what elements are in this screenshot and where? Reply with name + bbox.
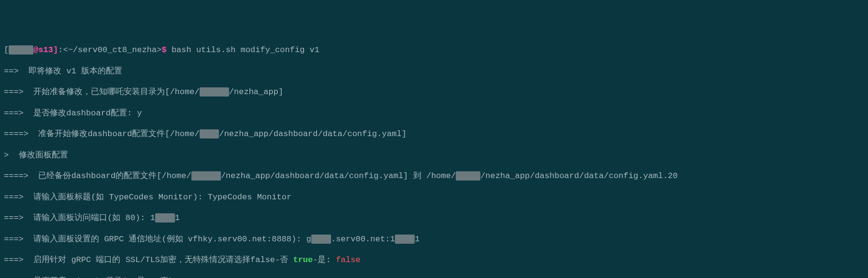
arrow: ===> xyxy=(4,277,33,278)
output-line: ==> 即将修改 v1 版本的配置 xyxy=(4,66,864,77)
text: /nezha_app/dashboard/data/config.yaml] xyxy=(219,129,406,139)
redacted xyxy=(191,171,221,181)
text: 开始准备修改，已知哪吒安装目录为[/home/ xyxy=(33,87,199,97)
output-line: ===> 启用针对 gRPC 端口的 SSL/TLS加密，无特殊情况请选择fal… xyxy=(4,255,864,265)
redacted xyxy=(311,235,331,244)
arrow: ====> xyxy=(4,171,38,181)
output-line: ===> 是否修改dashboard配置: y xyxy=(4,108,864,119)
text: 请输入面板访问端口(如 80): 1 xyxy=(33,213,155,222)
output-line: > 修改面板配置 xyxy=(4,150,864,161)
arrow: ===> xyxy=(4,235,33,244)
output-line: ====> 准备开始修改dashboard配置文件[/home/ /nezha_… xyxy=(4,129,864,139)
text: 是否修改dashboard配置: y xyxy=(33,109,142,118)
text: /nezha_app] xyxy=(229,87,283,97)
text: /nezha_app/dashboard/data/config.yaml.20 xyxy=(480,171,678,181)
redacted xyxy=(200,87,229,97)
output-line: ===> 请输入面板设置的 GRPC 通信地址(例如 vfhky.serv00.… xyxy=(4,234,864,245)
user-redacted xyxy=(9,45,33,55)
text: 请输入面板标题(如 TypeCodes Monitor): TypeCodes … xyxy=(33,193,291,202)
output-line: ====> 已经备份dashboard的配置文件[/home/ /nezha_a… xyxy=(4,171,864,181)
arrow: ===> xyxy=(4,255,33,264)
arrow: > xyxy=(4,151,19,160)
cwd-path: :<~/serv00_ct8_nezha> xyxy=(58,45,161,55)
false-value: false xyxy=(336,255,361,264)
text: 准备开始修改dashboard配置文件[/home/ xyxy=(38,129,199,139)
text: 是否开启 GitHub 登录(y-是 n-否): y xyxy=(33,277,188,278)
text: 即将修改 v1 版本的配置 xyxy=(29,67,122,76)
output-line: ===> 开始准备修改，已知哪吒安装目录为[/home/ /nezha_app] xyxy=(4,87,864,97)
text: 修改面板配置 xyxy=(19,151,68,160)
arrow: ===> xyxy=(4,193,33,202)
command-text: bash utils.sh modify_config v1 xyxy=(167,45,319,55)
text: 启用针对 gRPC 端口的 SSL/TLS加密，无特殊情况请选择false-否 xyxy=(33,255,293,264)
prompt-line-1: [ @s13]:<~/serv00_ct8_nezha>$ bash utils… xyxy=(4,45,864,56)
arrow: ===> xyxy=(4,87,33,97)
prompt-dollar: $ xyxy=(161,45,166,55)
arrow: ===> xyxy=(4,213,33,222)
true-value: true xyxy=(293,255,313,264)
output-line: ===> 请输入面板标题(如 TypeCodes Monitor): TypeC… xyxy=(4,192,864,203)
redacted xyxy=(155,213,175,222)
arrow: ===> xyxy=(4,109,33,118)
redacted xyxy=(395,235,415,244)
text: /nezha_app/dashboard/data/config.yaml] 到… xyxy=(221,171,456,181)
arrow: ====> xyxy=(4,129,38,139)
text: 1 xyxy=(175,213,180,222)
output-line: ===> 是否开启 GitHub 登录(y-是 n-否): y xyxy=(4,276,864,278)
redacted xyxy=(456,171,480,181)
text: 已经备份dashboard的配置文件[/home/ xyxy=(38,171,191,181)
text: .serv00.net:1 xyxy=(331,235,395,244)
text: 请输入面板设置的 GRPC 通信地址(例如 vfhky.serv00.net:8… xyxy=(33,235,311,244)
bracket-open: [ xyxy=(4,45,9,55)
redacted xyxy=(200,129,219,139)
arrow: ==> xyxy=(4,67,29,76)
text: 1 xyxy=(415,235,420,244)
text: -是: xyxy=(313,255,336,264)
output-line: ===> 请输入面板访问端口(如 80): 1 1 xyxy=(4,213,864,223)
user-host: @s13] xyxy=(33,45,58,55)
